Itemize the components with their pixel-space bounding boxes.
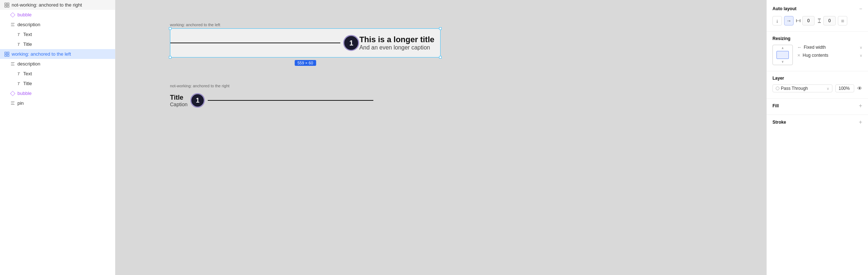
- fill-title: Fill: [772, 103, 779, 108]
- divider-nw: [208, 100, 373, 101]
- fixed-width-caret: ∨: [860, 45, 862, 49]
- fill-add-icon[interactable]: +: [859, 103, 862, 109]
- layer-label-working: working: anchored to the left: [12, 51, 71, 57]
- layer-label-title-2: Title: [23, 81, 32, 86]
- frame-icon: [4, 3, 9, 8]
- resizing-title: Resizing: [767, 36, 868, 41]
- handle-br[interactable]: [439, 56, 442, 59]
- layer-item-text-2[interactable]: T Text: [0, 69, 115, 79]
- handle-tr[interactable]: [439, 27, 442, 30]
- circle-badge-working: 1: [343, 35, 359, 51]
- working-frame-container: working: anchored to the left 1 This is …: [170, 23, 441, 57]
- handle-bl[interactable]: [169, 56, 171, 59]
- not-working-frame-label: not-working: anchored to the right: [170, 84, 373, 88]
- layer-item-working[interactable]: working: anchored to the left: [0, 49, 115, 59]
- stroke-header: Stroke +: [772, 119, 862, 125]
- layer-mode-caret: ∨: [827, 87, 829, 91]
- working-frame-label: working: anchored to the left: [170, 23, 441, 27]
- layer-section-title: Layer: [772, 76, 862, 81]
- fill-section: Fill +: [767, 103, 868, 109]
- gap-input-2[interactable]: [823, 16, 836, 25]
- right-panel: Auto layout − ↓ → ⊞ Resizing ∧ ∨ ↔ Fixed…: [766, 0, 868, 275]
- handle-tl[interactable]: [169, 27, 171, 30]
- fixed-width-option[interactable]: ↔ Fixed width ∨: [797, 45, 862, 50]
- layer-item-title-2[interactable]: T Title: [0, 79, 115, 88]
- direction-down-button[interactable]: ↓: [772, 16, 782, 25]
- svg-rect-7: [7, 55, 9, 56]
- not-working-frame-container: not-working: anchored to the right Title…: [170, 84, 373, 111]
- nw-text-block: Title Caption: [170, 94, 187, 107]
- layer-item-description-1[interactable]: description: [0, 20, 115, 29]
- layer-opacity-value: 100%: [839, 86, 850, 91]
- svg-rect-3: [7, 5, 9, 7]
- svg-rect-5: [7, 52, 9, 54]
- stroke-title: Stroke: [772, 120, 786, 125]
- direction-right-button[interactable]: →: [784, 16, 794, 25]
- layer-mode-circle-icon: [776, 87, 779, 90]
- layer-label-description-2: description: [17, 61, 40, 67]
- diamond-icon-1: [10, 12, 15, 17]
- nw-caption: Caption: [170, 101, 187, 107]
- layer-label-text-1: Text: [23, 32, 32, 37]
- fixed-width-icon: ↔: [797, 45, 802, 50]
- layer-item-title-1[interactable]: T Title: [0, 39, 115, 49]
- autolayout-title: Auto layout: [772, 6, 796, 11]
- visibility-eye-icon[interactable]: 👁: [857, 85, 862, 91]
- stroke-add-icon[interactable]: +: [859, 119, 862, 125]
- divider-left: [170, 43, 340, 43]
- layer-label-title-1: Title: [23, 41, 32, 47]
- svg-rect-2: [5, 5, 7, 7]
- svg-rect-6: [5, 55, 7, 56]
- layer-label-pin: pin: [17, 100, 24, 106]
- resize-inner-box: [776, 51, 789, 59]
- text-icon-2: T: [16, 71, 21, 76]
- arrow-bottom-icon: ∨: [782, 60, 784, 63]
- working-title: This is a longer title: [359, 35, 434, 44]
- stroke-section: Stroke +: [767, 119, 868, 125]
- gap-h-icon: [796, 18, 801, 23]
- resizing-grid: ∧ ∨ ↔ Fixed width ∨ ✕ Hug contents ∨: [767, 45, 868, 65]
- layer-label-text-2: Text: [23, 71, 32, 76]
- svg-rect-8: [796, 19, 797, 22]
- text-icon-1: T: [16, 32, 21, 37]
- layer-item-not-working[interactable]: not-working: anchored to the right: [0, 0, 115, 10]
- circle-badge-nw: 1: [190, 93, 205, 108]
- lines-icon-pin: [10, 101, 15, 106]
- autolayout-collapse-icon[interactable]: −: [859, 6, 862, 12]
- hug-contents-label: Hug contents: [803, 53, 857, 58]
- layer-section: Layer Pass Through ∨ 100% 👁: [767, 76, 868, 92]
- working-frame-border[interactable]: 1 This is a longer title And an even lon…: [170, 28, 441, 57]
- more-options-button[interactable]: ⊞: [838, 16, 847, 25]
- svg-rect-11: [818, 19, 821, 19]
- layer-label-not-working: not-working: anchored to the right: [12, 2, 82, 8]
- fixed-width-label: Fixed width: [804, 45, 857, 50]
- layer-item-bubble-1[interactable]: bubble: [0, 10, 115, 20]
- gap-v-icon: [817, 18, 822, 23]
- layer-opacity[interactable]: 100%: [835, 84, 854, 92]
- hug-contents-caret: ∨: [860, 53, 862, 57]
- resize-options: ↔ Fixed width ∨ ✕ Hug contents ∨: [797, 45, 862, 58]
- hug-contents-option[interactable]: ✕ Hug contents ∨: [797, 53, 862, 58]
- badge-number-working: 1: [349, 39, 353, 47]
- lines-icon-1: [10, 22, 15, 27]
- layer-item-pin[interactable]: pin: [0, 98, 115, 108]
- divider-4: [767, 115, 868, 115]
- svg-rect-4: [5, 52, 7, 54]
- fill-header: Fill +: [772, 103, 862, 109]
- layer-item-description-2[interactable]: description: [0, 59, 115, 69]
- diamond-icon-2: [10, 91, 15, 96]
- layer-mode-select[interactable]: Pass Through ∨: [772, 84, 832, 92]
- layer-row: Pass Through ∨ 100% 👁: [772, 84, 862, 92]
- main-canvas: working: anchored to the left 1 This is …: [115, 0, 766, 275]
- layer-item-text-1[interactable]: T Text: [0, 29, 115, 39]
- hug-contents-icon: ✕: [797, 53, 800, 58]
- gap-input-1[interactable]: [802, 16, 815, 25]
- divider-3: [767, 98, 868, 99]
- svg-rect-1: [7, 3, 9, 5]
- layer-item-bubble-2[interactable]: bubble: [0, 88, 115, 98]
- frame-icon-working: [4, 52, 9, 57]
- nw-title: Title: [170, 94, 187, 101]
- layer-label-description-1: description: [17, 22, 40, 27]
- not-working-frame-content: Title Caption 1: [170, 89, 373, 111]
- text-icon-title-1: T: [16, 42, 21, 47]
